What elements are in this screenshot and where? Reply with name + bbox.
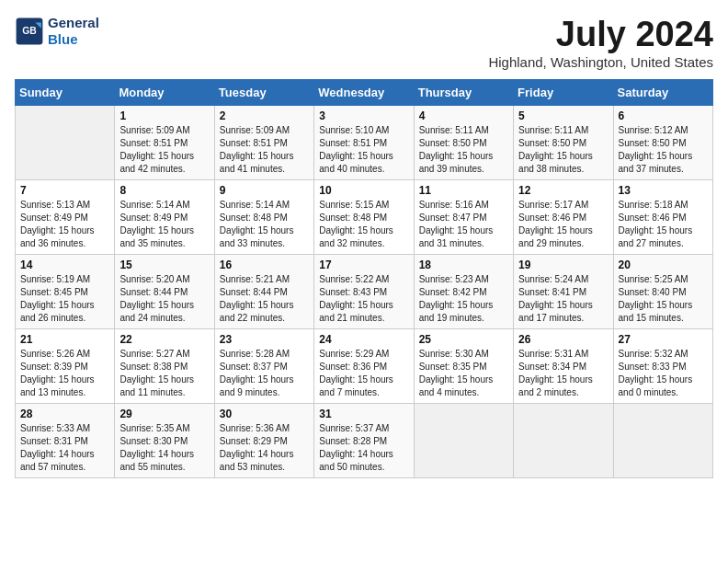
- day-info: Sunrise: 5:10 AM Sunset: 8:51 PM Dayligh…: [319, 124, 408, 176]
- calendar-cell: [613, 404, 712, 478]
- calendar-cell: 3Sunrise: 5:10 AM Sunset: 8:51 PM Daylig…: [314, 106, 414, 180]
- day-number: 5: [518, 109, 608, 122]
- day-info: Sunrise: 5:19 AM Sunset: 8:45 PM Dayligh…: [20, 273, 109, 325]
- day-number: 12: [518, 184, 608, 197]
- day-number: 4: [419, 109, 508, 122]
- main-title: July 2024: [488, 15, 713, 54]
- calendar-cell: 24Sunrise: 5:29 AM Sunset: 8:36 PM Dayli…: [314, 329, 414, 404]
- calendar-week-row: 7Sunrise: 5:13 AM Sunset: 8:49 PM Daylig…: [16, 180, 713, 255]
- day-of-week-header: Friday: [514, 80, 613, 106]
- day-number: 16: [220, 259, 309, 271]
- logo-line2: Blue: [48, 31, 99, 48]
- calendar-cell: 22Sunrise: 5:27 AM Sunset: 8:38 PM Dayli…: [115, 329, 214, 404]
- day-info: Sunrise: 5:12 AM Sunset: 8:50 PM Dayligh…: [619, 124, 708, 176]
- subtitle: Highland, Washington, United States: [488, 54, 713, 70]
- calendar-cell: 13Sunrise: 5:18 AM Sunset: 8:46 PM Dayli…: [613, 180, 712, 255]
- day-number: 24: [319, 333, 408, 346]
- calendar-cell: [514, 404, 613, 478]
- day-number: 14: [20, 259, 109, 271]
- calendar-cell: 28Sunrise: 5:33 AM Sunset: 8:31 PM Dayli…: [16, 404, 115, 478]
- day-info: Sunrise: 5:09 AM Sunset: 8:51 PM Dayligh…: [220, 124, 309, 176]
- day-of-week-header: Thursday: [414, 80, 513, 106]
- day-info: Sunrise: 5:14 AM Sunset: 8:48 PM Dayligh…: [220, 199, 309, 250]
- calendar-cell: 10Sunrise: 5:15 AM Sunset: 8:48 PM Dayli…: [314, 180, 414, 255]
- day-number: 29: [119, 408, 209, 420]
- calendar-cell: 7Sunrise: 5:13 AM Sunset: 8:49 PM Daylig…: [16, 180, 115, 255]
- calendar-cell: 14Sunrise: 5:19 AM Sunset: 8:45 PM Dayli…: [16, 255, 115, 329]
- day-info: Sunrise: 5:35 AM Sunset: 8:30 PM Dayligh…: [119, 422, 209, 474]
- day-of-week-header: Tuesday: [214, 80, 313, 106]
- day-info: Sunrise: 5:26 AM Sunset: 8:39 PM Dayligh…: [20, 348, 109, 399]
- day-number: 11: [419, 184, 508, 197]
- day-info: Sunrise: 5:31 AM Sunset: 8:34 PM Dayligh…: [518, 348, 608, 399]
- logo: GB General Blue: [15, 15, 99, 48]
- day-info: Sunrise: 5:33 AM Sunset: 8:31 PM Dayligh…: [20, 422, 109, 474]
- day-info: Sunrise: 5:24 AM Sunset: 8:41 PM Dayligh…: [518, 273, 608, 325]
- calendar-table: SundayMondayTuesdayWednesdayThursdayFrid…: [15, 79, 713, 478]
- day-of-week-header: Wednesday: [314, 80, 414, 106]
- day-info: Sunrise: 5:13 AM Sunset: 8:49 PM Dayligh…: [20, 199, 109, 250]
- title-area: July 2024 Highland, Washington, United S…: [488, 15, 713, 70]
- svg-text:GB: GB: [22, 26, 37, 36]
- day-info: Sunrise: 5:11 AM Sunset: 8:50 PM Dayligh…: [419, 124, 508, 176]
- day-number: 21: [20, 333, 109, 346]
- calendar-cell: 20Sunrise: 5:25 AM Sunset: 8:40 PM Dayli…: [613, 255, 712, 329]
- day-number: 3: [319, 109, 408, 122]
- day-number: 23: [220, 333, 309, 346]
- day-info: Sunrise: 5:20 AM Sunset: 8:44 PM Dayligh…: [119, 273, 209, 325]
- day-number: 20: [619, 259, 708, 271]
- calendar-cell: 17Sunrise: 5:22 AM Sunset: 8:43 PM Dayli…: [314, 255, 414, 329]
- day-number: 22: [119, 333, 209, 346]
- day-of-week-header: Saturday: [613, 80, 712, 106]
- day-number: 17: [319, 259, 408, 271]
- day-number: 18: [419, 259, 508, 271]
- calendar-cell: 18Sunrise: 5:23 AM Sunset: 8:42 PM Dayli…: [414, 255, 513, 329]
- day-info: Sunrise: 5:30 AM Sunset: 8:35 PM Dayligh…: [419, 348, 508, 399]
- calendar-cell: 29Sunrise: 5:35 AM Sunset: 8:30 PM Dayli…: [115, 404, 214, 478]
- calendar-cell: 25Sunrise: 5:30 AM Sunset: 8:35 PM Dayli…: [414, 329, 513, 404]
- day-number: 28: [20, 408, 109, 420]
- day-info: Sunrise: 5:32 AM Sunset: 8:33 PM Dayligh…: [619, 348, 708, 399]
- calendar-week-row: 21Sunrise: 5:26 AM Sunset: 8:39 PM Dayli…: [16, 329, 713, 404]
- day-number: 27: [619, 333, 708, 346]
- day-info: Sunrise: 5:18 AM Sunset: 8:46 PM Dayligh…: [619, 199, 708, 250]
- logo-text: General Blue: [48, 15, 99, 48]
- day-number: 30: [220, 408, 309, 420]
- calendar-cell: [414, 404, 513, 478]
- day-number: 8: [119, 184, 209, 197]
- calendar-week-row: 14Sunrise: 5:19 AM Sunset: 8:45 PM Dayli…: [16, 255, 713, 329]
- day-info: Sunrise: 5:11 AM Sunset: 8:50 PM Dayligh…: [518, 124, 608, 176]
- calendar-cell: 1Sunrise: 5:09 AM Sunset: 8:51 PM Daylig…: [115, 106, 214, 180]
- calendar-cell: 4Sunrise: 5:11 AM Sunset: 8:50 PM Daylig…: [414, 106, 513, 180]
- day-header-row: SundayMondayTuesdayWednesdayThursdayFrid…: [16, 80, 713, 106]
- day-info: Sunrise: 5:36 AM Sunset: 8:29 PM Dayligh…: [220, 422, 309, 474]
- calendar-cell: 30Sunrise: 5:36 AM Sunset: 8:29 PM Dayli…: [214, 404, 313, 478]
- header: GB General Blue July 2024 Highland, Wash…: [15, 15, 713, 70]
- calendar-cell: 21Sunrise: 5:26 AM Sunset: 8:39 PM Dayli…: [16, 329, 115, 404]
- day-info: Sunrise: 5:37 AM Sunset: 8:28 PM Dayligh…: [319, 422, 408, 474]
- day-number: 9: [220, 184, 309, 197]
- day-info: Sunrise: 5:14 AM Sunset: 8:49 PM Dayligh…: [119, 199, 209, 250]
- calendar-cell: 11Sunrise: 5:16 AM Sunset: 8:47 PM Dayli…: [414, 180, 513, 255]
- day-number: 15: [119, 259, 209, 271]
- calendar-cell: 6Sunrise: 5:12 AM Sunset: 8:50 PM Daylig…: [613, 106, 712, 180]
- logo-icon: GB: [15, 17, 44, 46]
- calendar-week-row: 1Sunrise: 5:09 AM Sunset: 8:51 PM Daylig…: [16, 106, 713, 180]
- calendar-body: 1Sunrise: 5:09 AM Sunset: 8:51 PM Daylig…: [16, 106, 713, 478]
- day-info: Sunrise: 5:21 AM Sunset: 8:44 PM Dayligh…: [220, 273, 309, 325]
- day-info: Sunrise: 5:23 AM Sunset: 8:42 PM Dayligh…: [419, 273, 508, 325]
- day-number: 26: [518, 333, 608, 346]
- calendar-cell: 23Sunrise: 5:28 AM Sunset: 8:37 PM Dayli…: [214, 329, 313, 404]
- calendar-cell: [16, 106, 115, 180]
- day-of-week-header: Monday: [115, 80, 214, 106]
- calendar-cell: 15Sunrise: 5:20 AM Sunset: 8:44 PM Dayli…: [115, 255, 214, 329]
- day-number: 13: [619, 184, 708, 197]
- day-info: Sunrise: 5:25 AM Sunset: 8:40 PM Dayligh…: [619, 273, 708, 325]
- day-info: Sunrise: 5:22 AM Sunset: 8:43 PM Dayligh…: [319, 273, 408, 325]
- day-info: Sunrise: 5:09 AM Sunset: 8:51 PM Dayligh…: [119, 124, 209, 176]
- day-of-week-header: Sunday: [16, 80, 115, 106]
- calendar-week-row: 28Sunrise: 5:33 AM Sunset: 8:31 PM Dayli…: [16, 404, 713, 478]
- day-number: 25: [419, 333, 508, 346]
- calendar-cell: 9Sunrise: 5:14 AM Sunset: 8:48 PM Daylig…: [214, 180, 313, 255]
- calendar-cell: 19Sunrise: 5:24 AM Sunset: 8:41 PM Dayli…: [514, 255, 613, 329]
